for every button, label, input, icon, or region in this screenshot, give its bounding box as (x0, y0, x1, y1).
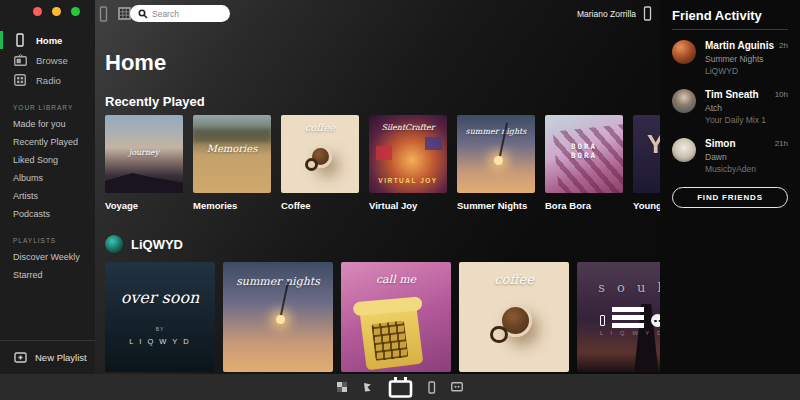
cover-text: s o u l (577, 280, 660, 295)
friend-context: MusicbyAden (705, 164, 756, 174)
album-title: Virtual Joy (369, 200, 447, 211)
user-icon (643, 6, 652, 21)
sidebar-item-recently-played[interactable]: Recently Played (0, 133, 95, 151)
friend-track: Dawn (705, 152, 756, 162)
coffee-cup-art (309, 145, 332, 168)
menu-bars-icon[interactable] (612, 307, 644, 312)
friend-track: Summer Nights (705, 54, 774, 64)
close-button[interactable] (33, 7, 42, 16)
sidebar-item-browse[interactable]: Browse (0, 50, 95, 70)
album-card-voyage[interactable]: journey Voyage (105, 115, 183, 211)
friend-avatar (672, 89, 696, 113)
cover-text: journey (105, 148, 183, 157)
friend-context: LiQWYD (705, 66, 774, 76)
sidebar-item-liked-song[interactable]: Liked Song (0, 151, 95, 169)
sidebar-item-radio[interactable]: Radio (0, 70, 95, 90)
play-button[interactable] (388, 377, 413, 398)
browse-icon (13, 54, 27, 66)
artist-albums-row: over soon BY L I Q W Y D summer nights c… (105, 262, 660, 372)
friend-name: Simon (705, 138, 756, 149)
queue-bar-icon[interactable] (600, 315, 605, 326)
active-indicator (0, 31, 3, 49)
search-input[interactable] (152, 9, 222, 19)
sidebar-item-starred[interactable]: Starred (0, 266, 95, 284)
album-cover-art: over soon BY L I Q W Y D (105, 262, 215, 372)
new-playlist-button[interactable]: New Playlist (0, 340, 95, 374)
cover-text: coffee (281, 122, 359, 133)
album-card-soul[interactable]: s o u l L I Q W Y D (577, 262, 660, 372)
friend-activity-panel: Friend Activity Martin Aguinis Summer Ni… (660, 0, 800, 374)
next-icon[interactable] (428, 381, 436, 394)
find-friends-button[interactable]: FIND FRIENDS (672, 187, 788, 208)
user-area[interactable]: Mariano Zorrilla (577, 6, 652, 21)
artist-section-header[interactable]: LiQWYD (105, 235, 183, 253)
nav-label: Home (36, 35, 62, 46)
friend-timestamp: 2h (779, 41, 788, 50)
sidebar-item-albums[interactable]: Albums (0, 169, 95, 187)
album-card-virtual-joy[interactable]: SilentCrafter VIRTUAL JOY Virtual Joy (369, 115, 447, 211)
friend-list: Martin Aguinis Summer Nights LiQWYD 2h T… (672, 40, 788, 174)
album-cover-art: journey (105, 115, 183, 193)
sidebar-item-artists[interactable]: Artists (0, 187, 95, 205)
friend-row-simon[interactable]: Simon Dawn MusicbyAden 21h (672, 138, 788, 174)
cover-text: summer nights (457, 127, 535, 136)
nav-label: Radio (36, 75, 61, 86)
friend-timestamp: 10h (775, 90, 788, 99)
cover-text: SilentCrafter (369, 123, 447, 132)
album-title: Memories (193, 200, 271, 211)
album-card-summer-nights[interactable]: summer nights Summer Nights (457, 115, 535, 211)
section-title-recently-played: Recently Played (105, 94, 205, 109)
friend-row-martin[interactable]: Martin Aguinis Summer Nights LiQWYD 2h (672, 40, 788, 76)
shuffle-icon[interactable] (337, 382, 347, 392)
recently-played-row: journey Voyage Memories Memories coffee … (105, 115, 660, 211)
repeat-icon[interactable] (451, 382, 463, 392)
search-icon (138, 9, 148, 19)
album-cover-art: s o u l L I Q W Y D (577, 262, 660, 372)
friend-name: Martin Aguinis (705, 40, 774, 51)
album-cover-art: BORABORA (545, 115, 623, 193)
hover-controls-overlay (577, 310, 660, 331)
light-bulb-art (276, 315, 285, 324)
sidebar-item-podcasts[interactable]: Podcasts (0, 205, 95, 223)
more-circle-icon[interactable] (651, 314, 660, 327)
album-card-memories[interactable]: Memories Memories (193, 115, 271, 211)
coffee-cup-art (499, 304, 532, 337)
cover-text: over soon (105, 288, 215, 307)
search-bar[interactable] (130, 5, 230, 22)
previous-icon[interactable] (362, 382, 373, 393)
home-icon (13, 33, 27, 47)
album-title: Voyage (105, 200, 183, 211)
album-cover-art: summer nights (223, 262, 333, 372)
sidebar-item-home[interactable]: Home (0, 30, 95, 50)
minimize-button[interactable] (52, 7, 61, 16)
album-title: Summer Nights (457, 200, 535, 211)
sidebar-toggle-icon[interactable] (99, 6, 108, 26)
friend-activity-title: Friend Activity (672, 8, 788, 30)
friend-row-tim[interactable]: Tim Sneath Atch Your Daily Mix 1 10h (672, 89, 788, 125)
album-card-over-soon[interactable]: over soon BY L I Q W Y D (105, 262, 215, 372)
sidebar-item-made-for-you[interactable]: Made for you (0, 115, 95, 133)
cover-text: Memories (193, 143, 271, 154)
album-cover-art: call me (341, 262, 451, 372)
playlists-header: PLAYLISTS (13, 237, 95, 244)
album-card-coffee-2[interactable]: coffee (459, 262, 569, 372)
friend-avatar (672, 138, 696, 162)
album-card-call-me[interactable]: call me (341, 262, 451, 372)
album-card-bora-bora[interactable]: BORABORA Bora Bora (545, 115, 623, 211)
cover-text: summer nights (223, 275, 333, 288)
zoom-button[interactable] (71, 7, 80, 16)
album-card-coffee[interactable]: coffee Coffee (281, 115, 359, 211)
album-cover-art: coffee (281, 115, 359, 193)
page-title: Home (105, 50, 166, 76)
album-cover-art: coffee (459, 262, 569, 372)
app-window: Home Browse Radio YOUR LIBRARY Made for … (0, 0, 800, 400)
main-content: Mariano Zorrilla Home Recently Played jo… (95, 0, 660, 374)
sidebar-item-discover-weekly[interactable]: Discover Weekly (0, 248, 95, 266)
sidebar: Home Browse Radio YOUR LIBRARY Made for … (0, 0, 95, 374)
album-cover-art: Memories (193, 115, 271, 193)
sidebar-nav: Home Browse Radio (0, 30, 95, 90)
window-controls (0, 0, 95, 16)
new-playlist-icon (13, 351, 27, 364)
album-card-summer-nights-2[interactable]: summer nights (223, 262, 333, 372)
album-card-young[interactable]: Y Young (633, 115, 660, 211)
